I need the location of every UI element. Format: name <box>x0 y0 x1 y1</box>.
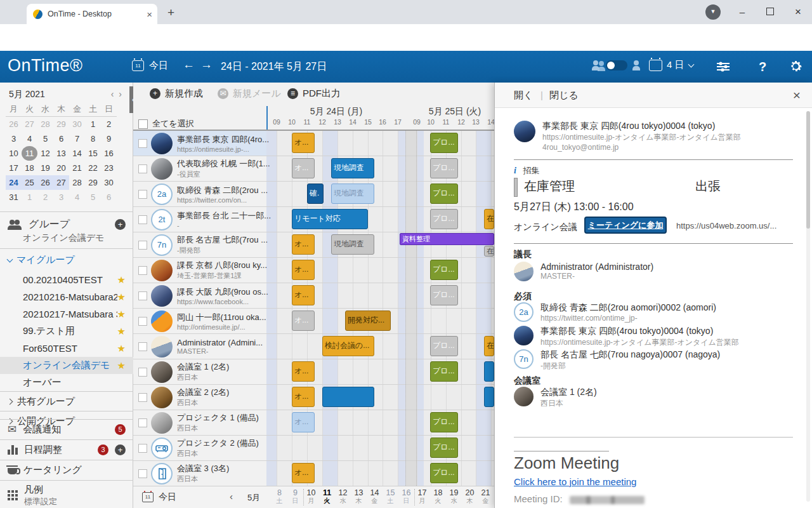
event-block[interactable]: プロ... <box>430 463 458 483</box>
add-group-button[interactable]: + <box>115 219 126 230</box>
bottom-date-item[interactable]: 14金 <box>367 488 383 505</box>
user-name-cell[interactable]: 課長 京都 八郎(8rou ky...埼玉-営業部-営業1課 <box>133 258 266 283</box>
mini-calendar-day[interactable]: 29 <box>85 175 101 190</box>
mini-calendar-day[interactable]: 7 <box>69 131 85 146</box>
next-period-button[interactable]: → <box>200 58 213 72</box>
new-event-button[interactable]: + 新規作成 <box>150 88 203 100</box>
mini-calendar-day[interactable]: 1 <box>22 190 37 204</box>
bottom-date-item[interactable]: 8土 <box>272 488 287 505</box>
event-block[interactable]: プロ... <box>430 285 458 305</box>
mini-calendar-day[interactable]: 2 <box>101 117 117 131</box>
table-row[interactable]: 事業部長 東京 四郎(4ro...https://ontimesuite.jp-… <box>133 131 494 156</box>
sidebar-group-item[interactable]: オンライン会議デモ★ <box>0 357 133 374</box>
mini-calendar-day[interactable]: 27 <box>53 175 69 190</box>
tab-close-icon[interactable]: × <box>147 10 152 19</box>
bottom-date-item[interactable]: 20木 <box>462 488 478 505</box>
bottom-date-item[interactable]: 9日 <box>287 488 303 505</box>
sidebar-action-1[interactable]: ✉会議通知5 <box>0 419 133 439</box>
bottom-date-item[interactable]: 11火 <box>319 488 335 505</box>
open-button[interactable]: 開く <box>514 90 533 102</box>
panel-close-icon[interactable]: × <box>793 88 801 103</box>
event-block[interactable] <box>322 387 374 407</box>
user-name-cell[interactable]: 2t事業部長 台北 二十一郎...- <box>133 207 266 232</box>
event-block[interactable]: オ... <box>292 260 315 280</box>
table-row[interactable]: プロジェクタ 2 (備品)西日本プロ... <box>133 436 494 461</box>
row-checkbox[interactable] <box>138 164 147 173</box>
event-block[interactable] <box>484 361 494 382</box>
favorite-star-icon[interactable]: ★ <box>117 274 126 286</box>
user-name-cell[interactable]: 課長 大阪 九郎(9rou os...https://www.facebook.… <box>133 283 266 308</box>
bottom-date-item[interactable]: 16日 <box>398 488 414 505</box>
user-name-cell[interactable]: プロジェクタ 2 (備品)西日本 <box>133 436 266 460</box>
mini-calendar-day[interactable]: 20 <box>53 161 69 175</box>
mini-calendar-day[interactable]: 2 <box>37 190 53 204</box>
user-name-cell[interactable]: 会議室 1 (2名)西日本 <box>133 359 266 384</box>
table-row[interactable]: 課長 大阪 九郎(9rou os...https://www.facebook.… <box>133 283 494 309</box>
new-tab-button[interactable]: + <box>167 6 174 20</box>
bottom-prev-icon[interactable]: ‹ <box>230 491 233 502</box>
row-checkbox[interactable] <box>138 317 147 326</box>
sidebar-group-item[interactable]: 20210217-Matsubara 3★ <box>0 305 133 323</box>
mini-calendar-day[interactable]: 17 <box>6 161 22 175</box>
bottom-date-item[interactable]: 19水 <box>446 488 462 505</box>
row-checkbox[interactable] <box>138 469 147 478</box>
favorite-star-icon[interactable]: ★ <box>117 309 126 320</box>
bottom-date-item[interactable]: 21金 <box>478 488 494 505</box>
window-close-button[interactable]: × <box>784 0 812 24</box>
help-button[interactable]: ? <box>759 60 766 74</box>
favorite-star-icon[interactable]: ★ <box>117 360 126 371</box>
browser-update-icon[interactable]: ▼ <box>705 4 721 20</box>
bottom-date-item[interactable]: 10月 <box>303 488 319 505</box>
event-block[interactable]: 資料整理 <box>400 233 494 245</box>
favorite-star-icon[interactable]: ★ <box>117 291 126 303</box>
mini-calendar-day[interactable]: 27 <box>22 117 37 131</box>
table-row[interactable]: 会議室 3 (3名)西日本オ...プロ... <box>133 461 494 486</box>
user-name-cell[interactable]: 会議室 2 (2名)西日本 <box>133 385 266 410</box>
table-row[interactable]: 会議室 2 (2名)西日本オ... <box>133 385 494 410</box>
row-checkbox[interactable] <box>138 418 147 427</box>
user-name-cell[interactable]: プロジェクタ 1 (備品)西日本 <box>133 410 266 435</box>
event-block[interactable]: プロ... <box>430 209 458 229</box>
event-block[interactable]: 在 <box>484 336 494 356</box>
user-name-cell[interactable]: 7n部長 名古屋 七郎(7rou ...-開発部 <box>133 232 266 257</box>
mini-calendar-day[interactable]: 13 <box>53 146 69 161</box>
today-button[interactable]: 11 今日 <box>132 60 168 72</box>
mini-calendar-day[interactable]: 30 <box>69 117 85 131</box>
mini-calendar-day[interactable]: 1 <box>85 117 101 131</box>
mini-calendar-day[interactable]: 3 <box>53 190 69 204</box>
mini-calendar-day[interactable]: 29 <box>53 117 69 131</box>
mini-calendar-day[interactable]: 23 <box>101 161 117 175</box>
mini-calendar-day[interactable]: 15 <box>85 146 101 161</box>
mini-calendar-day[interactable]: 12 <box>37 146 53 161</box>
table-row[interactable]: プロジェクタ 1 (備品)西日本オ...プロ... <box>133 410 494 436</box>
mini-calendar-day[interactable]: 28 <box>37 117 53 131</box>
row-checkbox[interactable] <box>138 444 147 453</box>
bottom-date-item[interactable]: 18火 <box>430 488 446 505</box>
event-block[interactable]: プロ... <box>430 438 458 458</box>
close-button[interactable]: 閉じる <box>549 90 579 102</box>
panel-scrollbar[interactable] <box>806 111 810 502</box>
event-block[interactable]: オ... <box>292 463 315 483</box>
sidebar-action-3[interactable]: ケータリング <box>0 460 133 480</box>
sidebar-group-item[interactable]: 99.テスト用★ <box>0 323 133 340</box>
mini-calendar-prev-icon[interactable]: ‹ <box>108 89 117 100</box>
event-block[interactable]: 在 <box>484 209 494 229</box>
mini-calendar-day[interactable]: 8 <box>85 131 101 146</box>
event-block[interactable]: オ... <box>292 361 315 382</box>
view-mode-toggle[interactable] <box>606 60 627 70</box>
mini-calendar-day[interactable]: 5 <box>37 131 53 146</box>
window-maximize-button[interactable] <box>756 0 784 24</box>
mini-calendar-day[interactable]: 6 <box>101 190 117 204</box>
mini-calendar-day[interactable]: 5 <box>85 190 101 204</box>
sidebar-action-4[interactable]: 凡例標準設定 <box>0 480 133 508</box>
favorite-star-icon[interactable]: ★ <box>117 343 126 354</box>
add-schedule-button[interactable]: + <box>115 444 126 455</box>
event-block[interactable]: オ... <box>292 133 315 153</box>
event-block[interactable]: 検討会議の... <box>322 336 374 356</box>
table-row[interactable]: 2a取締役 青森 二郎(2rou ...https://twitter.com/… <box>133 182 494 207</box>
mini-calendar-day[interactable]: 21 <box>69 161 85 175</box>
mini-calendar-day[interactable]: 28 <box>69 175 85 190</box>
user-name-cell[interactable]: 事業部長 東京 四郎(4ro...https://ontimesuite.jp-… <box>133 131 266 156</box>
event-block[interactable]: プロ... <box>430 336 458 356</box>
mini-calendar-day[interactable]: 31 <box>6 190 22 204</box>
